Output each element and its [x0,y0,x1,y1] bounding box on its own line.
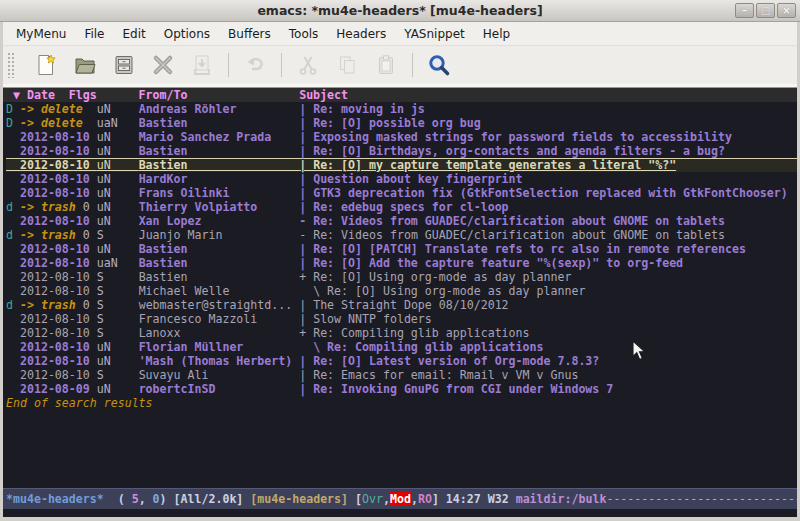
toolbar-grip[interactable] [7,52,14,78]
menu-item-help[interactable]: Help [474,24,519,44]
message-row[interactable]: 2012-08-10 uN HardKor | Question about k… [6,172,797,186]
message-row[interactable]: 2012-08-10 uN Bastien | Re: [O] my captu… [6,158,797,172]
modeline-default: ( [104,492,132,506]
window-body: MyMenuFileEditOptionsBuffersToolsHeaders… [0,22,800,521]
message-row[interactable]: 2012-08-10 uN Bastien | Re: [O] Birthday… [6,144,797,158]
close-buffer-button[interactable] [150,52,176,78]
open-folder-icon [73,53,97,77]
close-button[interactable]: × [777,3,796,18]
message-row[interactable]: 2012-08-10 S Michael Welle \ Re: [O] Usi… [6,284,797,298]
mouse-cursor [632,340,646,361]
modeline-major-mode: [mu4e-headers] [250,492,348,506]
maximize-icon: □ [761,6,770,16]
modeline-dashes: ---------------------------------------- [606,492,797,506]
message-row[interactable]: 2012-08-10 S Lanoxx + Re: Compiling glib… [6,326,797,340]
message-row[interactable]: D -> delete uN Andreas Röhler | Re: movi… [6,102,797,116]
paste-button[interactable] [373,52,399,78]
save-as-button[interactable] [189,52,215,78]
modeline-default: , [139,492,153,506]
window-title: emacs: *mu4e-headers* [mu4e-headers] [257,3,542,18]
toolbar-separator [228,53,229,77]
modeline-maildir: maildir:/bulk [516,492,607,506]
end-of-results-marker: End of search results [6,396,797,410]
menubar: MyMenuFileEditOptionsBuffersToolsHeaders… [3,22,797,46]
toolbar-separator [412,53,413,77]
save-button[interactable] [111,52,137,78]
new-file-button[interactable] [33,52,59,78]
cut-button[interactable] [295,52,321,78]
modeline-default: ) [All/2.0k] [160,492,251,506]
message-row[interactable]: 2012-08-10 uN Mario Sanchez Prada | Expo… [6,130,797,144]
maximize-button[interactable]: □ [756,3,775,18]
emacs-frame: emacs: *mu4e-headers* [mu4e-headers] – □… [0,0,800,521]
message-row[interactable]: 2012-08-10 uaN Bastien | Re: [O] Add the… [6,256,797,270]
message-row[interactable]: 2012-08-10 S Francesco Mazzoli | Slow NN… [6,312,797,326]
menu-item-tools[interactable]: Tools [280,24,328,44]
modeline-buffer-name: *mu4e-headers* [6,492,104,506]
close-icon: × [782,6,790,16]
open-folder-button[interactable] [72,52,98,78]
menu-item-yasnippet[interactable]: YASnippet [395,24,474,44]
save-as-icon [190,53,214,77]
modeline-modified: Mod [390,492,411,506]
new-file-icon [34,53,58,77]
message-row[interactable]: 2012-08-10 uN Frans Oilinki | GTK3 depre… [6,186,797,200]
titlebar: emacs: *mu4e-headers* [mu4e-headers] – □… [0,0,800,22]
menu-item-file[interactable]: File [75,24,113,44]
toolbar [3,46,797,84]
menu-item-mymenu[interactable]: MyMenu [7,24,75,44]
modeline: *mu4e-headers* ( 5, 0) [All/2.0k] [mu4e-… [3,488,797,509]
minimize-button[interactable]: – [735,3,754,18]
modeline-read-only: RO [418,492,432,506]
headers-list: D -> delete uN Andreas Röhler | Re: movi… [6,102,797,396]
message-row[interactable]: 2012-08-10 S Suvayu Ali | Re: Emacs for … [6,368,797,382]
undo-button[interactable] [242,52,268,78]
message-row[interactable]: 2012-08-10 uN Florian Müllner \ Re: Comp… [6,340,797,354]
toolbar-separator [281,53,282,77]
message-row[interactable]: 2012-08-10 uN Bastien | Re: [O] [PATCH] … [6,242,797,256]
menu-item-buffers[interactable]: Buffers [219,24,280,44]
modeline-line-number: 5 [132,492,139,506]
modeline-column-number: 0 [153,492,160,506]
menu-item-options[interactable]: Options [155,24,219,44]
modeline-default: , [383,492,390,506]
menu-item-edit[interactable]: Edit [114,24,155,44]
message-row[interactable]: 2012-08-10 S Bastien + Re: [O] Using org… [6,270,797,284]
message-row[interactable]: 2012-08-10 uN 'Mash (Thomas Herbert) | R… [6,354,797,368]
modeline-overwrite: Ovr [362,492,383,506]
search-button[interactable] [426,52,452,78]
message-row[interactable]: 2012-08-10 uN Xan Lopez - Re: Videos fro… [6,214,797,228]
echo-area [3,509,797,517]
headers-column-header: ▼ Date Flgs From/To Subject [3,88,797,102]
message-row[interactable]: d -> trash 0 uN Thierry Volpiatto | Re: … [6,200,797,214]
save-icon [112,53,136,77]
modeline-default: , [411,492,418,506]
message-row[interactable]: D -> delete uaN Bastien | Re: [O] possib… [6,116,797,130]
search-icon [427,53,451,77]
minimize-icon: – [742,6,747,16]
modeline-default: [ [348,492,362,506]
message-row[interactable]: d -> trash 0 S webmaster@straightd... | … [6,298,797,312]
undo-icon [243,53,267,77]
close-x-icon [151,53,175,77]
copy-icon [335,53,359,77]
copy-button[interactable] [334,52,360,78]
menu-item-headers[interactable]: Headers [327,24,395,44]
mu4e-headers-buffer: D -> delete uN Andreas Röhler | Re: movi… [3,102,797,488]
window-controls: – □ × [735,3,796,18]
paste-icon [374,53,398,77]
cut-icon [296,53,320,77]
modeline-default: ] 14:27 W32 [432,492,516,506]
message-row[interactable]: d -> trash 0 S Juanjo Marin - Re: Videos… [6,228,797,242]
message-row[interactable]: 2012-08-09 uN robertcInSD | Re: Invoking… [6,382,797,396]
